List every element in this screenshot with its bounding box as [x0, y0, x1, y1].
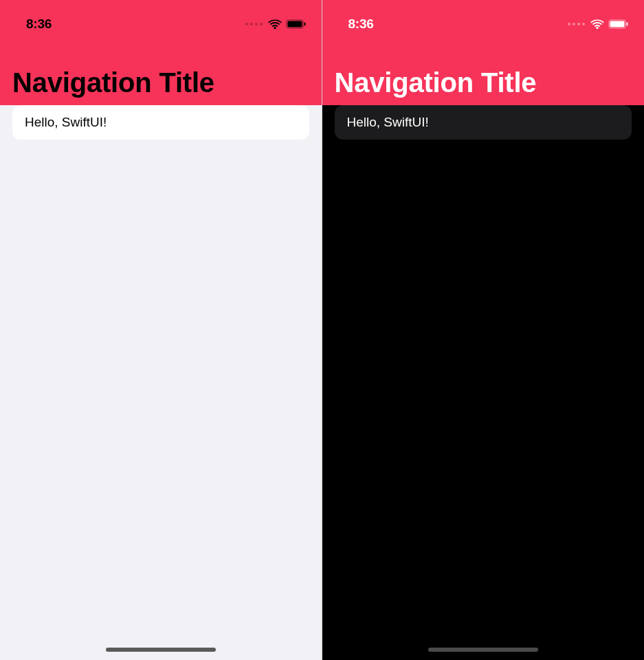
status-bar: 8:36 [0, 6, 322, 36]
navigation-bar: 8:36 Navigation Title [0, 0, 322, 105]
status-time: 8:36 [348, 16, 374, 32]
svg-rect-4 [610, 21, 625, 28]
list-item[interactable]: Hello, SwiftUI! [335, 105, 632, 140]
status-bar: 8:36 [322, 6, 645, 36]
cellular-dots-icon [568, 23, 585, 25]
battery-icon [608, 19, 629, 29]
status-icons [568, 19, 629, 29]
svg-rect-2 [304, 23, 305, 26]
list-content[interactable]: Hello, SwiftUI! [0, 105, 322, 140]
cellular-dots-icon [245, 23, 263, 25]
battery-icon [286, 19, 307, 29]
list-content[interactable]: Hello, SwiftUI! [322, 105, 645, 140]
wifi-icon [590, 19, 604, 29]
svg-rect-5 [627, 23, 628, 26]
list-item-label: Hello, SwiftUI! [25, 115, 107, 129]
status-time: 8:36 [26, 16, 52, 32]
wifi-icon [268, 19, 282, 29]
status-icons [245, 19, 307, 29]
phone-dark: 8:36 Navigation Title [322, 0, 645, 660]
home-indicator[interactable] [428, 648, 538, 652]
navigation-bar: 8:36 Navigation Title [322, 0, 645, 105]
home-indicator[interactable] [106, 648, 216, 652]
phone-light: 8:36 Navigation Title [0, 0, 322, 660]
navigation-title: Navigation Title [0, 36, 322, 98]
svg-rect-1 [287, 21, 302, 28]
list-item[interactable]: Hello, SwiftUI! [12, 105, 309, 140]
navigation-title: Navigation Title [322, 36, 645, 98]
list-item-label: Hello, SwiftUI! [347, 115, 429, 129]
